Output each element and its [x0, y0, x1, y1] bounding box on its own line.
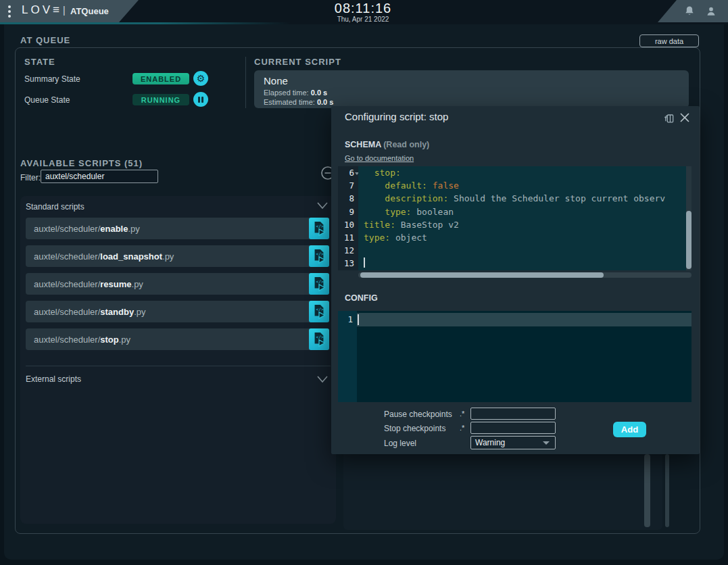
svg-text:</>: </>	[316, 251, 324, 257]
pause-checkpoints-input[interactable]	[470, 408, 556, 420]
current-script-name: None	[264, 75, 288, 87]
config-line-number: 1	[338, 313, 353, 326]
external-scripts-header[interactable]: External scripts	[26, 374, 81, 384]
launch-script-icon: </>	[312, 276, 326, 292]
pause-checkpoints-hint: .*	[460, 410, 464, 418]
menu-kebab-icon[interactable]	[8, 5, 11, 18]
dock-window-icon[interactable]	[662, 112, 675, 128]
summary-state-config-button[interactable]: ⚙	[193, 71, 208, 86]
scrollbar-thumb[interactable]	[665, 454, 669, 527]
scrollbar-thumb[interactable]	[644, 454, 650, 527]
config-active-line	[357, 313, 691, 326]
script-path: auxtel/scheduler/stop.py	[26, 335, 130, 345]
launch-script-icon: </>	[312, 303, 326, 320]
add-button[interactable]: Add	[613, 422, 646, 437]
log-level-select[interactable]: Warning	[470, 436, 556, 449]
svg-text:</>: </>	[316, 279, 324, 285]
raw-data-button[interactable]: raw data	[639, 34, 699, 47]
love-logo: LOV≡	[22, 3, 62, 17]
script-path: auxtel/scheduler/resume.py	[26, 279, 143, 289]
launch-script-button[interactable]: </>	[309, 328, 329, 350]
schema-editor[interactable]: 678910111213 stop: default: false descri…	[338, 166, 691, 270]
script-row: auxtel/scheduler/stop.py </>	[26, 328, 329, 350]
script-path: auxtel/scheduler/standby.py	[26, 307, 145, 317]
user-account-icon[interactable]	[704, 5, 718, 21]
launch-script-button[interactable]: </>	[309, 218, 329, 239]
estimated-time: Estimated time: 0.0 s	[264, 98, 333, 106]
logo-separator: |	[63, 5, 66, 16]
schema-editor-lines: stop: default: false description: Should…	[358, 166, 691, 270]
close-icon[interactable]	[679, 112, 691, 126]
stop-checkpoints-input[interactable]	[470, 422, 556, 434]
launch-script-button[interactable]: </>	[309, 245, 329, 267]
top-bar: LOV≡ | ATQueue 08:11:16 Thu, Apr 21 2022	[0, 0, 728, 24]
svg-text:</>: </>	[316, 307, 324, 312]
state-section-title: STATE	[24, 57, 55, 67]
summary-state-badge: ENABLED	[132, 73, 189, 84]
queue-state-label: Queue State	[24, 95, 70, 105]
script-row: auxtel/scheduler/enable.py </>	[26, 218, 329, 239]
chevron-down-icon[interactable]	[316, 201, 329, 213]
script-row: auxtel/scheduler/standby.py </>	[26, 301, 329, 322]
app-title: ATQueue	[70, 6, 109, 16]
schema-section-title: SCHEMA (Read only)	[345, 140, 429, 149]
clock-date: Thu, Apr 21 2022	[295, 16, 431, 23]
config-section-title: CONFIG	[345, 293, 378, 303]
pause-icon	[198, 97, 204, 103]
stop-checkpoints-hint: .*	[460, 424, 464, 432]
filter-input[interactable]	[41, 170, 158, 183]
queue-state-badge: RUNNING	[132, 94, 189, 105]
script-path: auxtel/scheduler/enable.py	[26, 224, 140, 234]
waiting-scripts-panel	[343, 445, 662, 530]
log-level-value: Warning	[471, 438, 543, 447]
available-scripts-title: AVAILABLE SCRIPTS (51)	[20, 158, 143, 168]
scrollbar-thumb[interactable]	[360, 272, 604, 278]
group-divider	[26, 366, 331, 366]
schema-editor-gutter: 678910111213	[338, 166, 358, 270]
filter-label: Filter:	[20, 173, 41, 182]
script-row: auxtel/scheduler/load_snapshot.py </>	[26, 245, 329, 267]
atqueue-screen: LOV≡ | ATQueue 08:11:16 Thu, Apr 21 2022…	[0, 0, 728, 565]
launch-script-button[interactable]: </>	[309, 273, 329, 295]
state-divider	[245, 57, 246, 108]
script-path: auxtel/scheduler/load_snapshot.py	[26, 251, 174, 262]
chevron-down-icon[interactable]	[316, 374, 329, 387]
pause-queue-button[interactable]	[193, 92, 208, 107]
clock-time: 08:11:16	[295, 1, 431, 16]
modal-title: Configuring script: stop	[345, 111, 448, 122]
select-caret-icon	[543, 441, 550, 445]
stop-checkpoints-label: Stop checkpoints	[384, 424, 445, 433]
standard-scripts-header[interactable]: Standard scripts	[26, 202, 84, 212]
config-editor[interactable]: 1	[338, 311, 691, 402]
current-script-title: CURRENT SCRIPT	[254, 57, 341, 67]
text-cursor	[358, 314, 359, 325]
standard-scripts-list: auxtel/scheduler/enable.py </> auxtel/sc…	[26, 218, 329, 350]
summary-state-label: Summary State	[24, 74, 80, 84]
panel-title: AT QUEUE	[20, 35, 70, 45]
launch-script-icon: </>	[312, 248, 326, 264]
svg-text:</>: </>	[316, 335, 324, 340]
notifications-bell-icon[interactable]	[683, 5, 696, 21]
documentation-link[interactable]: Go to documentation	[345, 154, 414, 162]
script-row: auxtel/scheduler/resume.py </>	[26, 273, 329, 295]
log-level-label: Log level	[384, 439, 416, 448]
configure-script-modal: Configuring script: stop SCHEMA (Read on…	[331, 106, 700, 454]
elapsed-time: Elapsed time: 0.0 s	[264, 89, 327, 97]
launch-script-icon: </>	[312, 331, 326, 347]
pause-checkpoints-label: Pause checkpoints	[384, 410, 452, 419]
launch-script-button[interactable]: </>	[309, 301, 329, 322]
launch-script-icon: </>	[312, 220, 326, 237]
scrollbar-thumb[interactable]	[686, 211, 691, 269]
svg-text:</>: </>	[316, 224, 324, 229]
gear-icon: ⚙	[197, 74, 205, 83]
